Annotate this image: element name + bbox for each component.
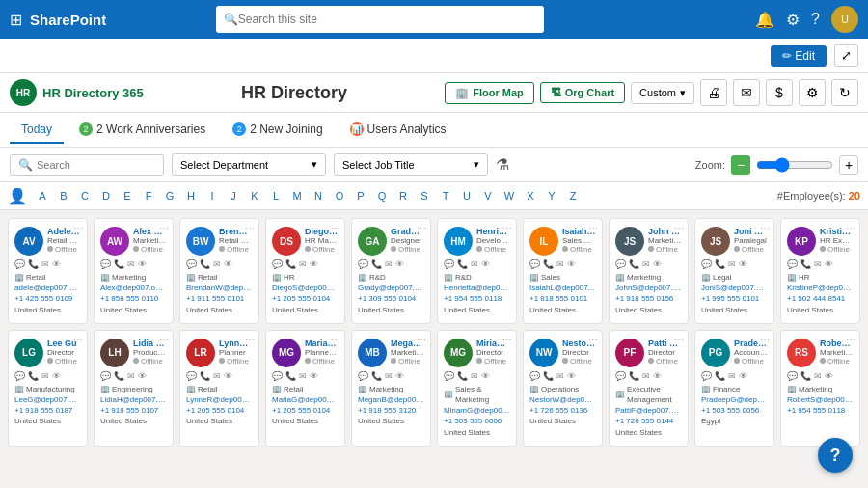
card-chat-icon[interactable]: 💬 bbox=[701, 371, 712, 381]
tab-anniversaries[interactable]: 2 2 Work Anniversaries bbox=[68, 117, 217, 144]
card-phone[interactable]: +1 995 555 0101 bbox=[701, 293, 768, 304]
card-email[interactable]: LidiaH@dep007.onmicro... bbox=[100, 394, 167, 405]
card-view-icon[interactable]: 👁 bbox=[224, 371, 232, 381]
waffle-icon[interactable]: ⊞ bbox=[10, 11, 22, 29]
card-call-icon[interactable]: 📞 bbox=[114, 371, 124, 381]
card-email[interactable]: Alex@dep007.onmicro... bbox=[100, 283, 167, 293]
card-view-icon[interactable]: 👁 bbox=[481, 371, 490, 381]
card-email-icon[interactable]: ✉ bbox=[556, 259, 564, 269]
card-more-icon[interactable]: ⋯ bbox=[674, 223, 684, 233]
card-chat-icon[interactable]: 💬 bbox=[14, 259, 25, 269]
card-email-icon[interactable]: ✉ bbox=[471, 371, 478, 381]
card-call-icon[interactable]: 📞 bbox=[114, 259, 124, 269]
card-phone[interactable]: +1 858 555 0110 bbox=[100, 293, 167, 304]
dollar-icon[interactable]: $ bbox=[766, 79, 793, 106]
card-email[interactable]: adele@dep007.onmicro... bbox=[14, 283, 81, 293]
employee-card[interactable]: ⋯ JS Joni Sherman Paralegal Offline 💬 📞 … bbox=[694, 218, 774, 324]
alpha-F[interactable]: F bbox=[139, 186, 158, 205]
card-more-icon[interactable]: ⋯ bbox=[245, 335, 255, 345]
card-email[interactable]: PattiF@dep007.onmicro... bbox=[615, 405, 682, 416]
card-chat-icon[interactable]: 💬 bbox=[701, 259, 712, 269]
card-phone[interactable]: +1 954 555 0118 bbox=[444, 293, 510, 304]
card-phone[interactable]: +1 309 555 0104 bbox=[358, 293, 424, 304]
card-phone[interactable]: +1 911 555 0101 bbox=[186, 293, 253, 304]
tab-today[interactable]: Today bbox=[10, 117, 64, 144]
alpha-R[interactable]: R bbox=[393, 186, 413, 205]
card-more-icon[interactable]: ⋯ bbox=[760, 335, 770, 345]
employee-card[interactable]: ⋯ IL Isaiah Langer Sales Rep Offline 💬 📞… bbox=[523, 218, 603, 324]
settings-icon[interactable]: ⚙ bbox=[786, 11, 800, 29]
alpha-N[interactable]: N bbox=[309, 186, 328, 205]
card-view-icon[interactable]: 👁 bbox=[653, 371, 662, 381]
card-chat-icon[interactable]: 💬 bbox=[100, 371, 111, 381]
employee-card[interactable]: ⋯ PG Pradeep Gupta Accountant Offline 💬 … bbox=[694, 330, 774, 447]
card-email-icon[interactable]: ✉ bbox=[556, 371, 564, 381]
card-phone[interactable]: +1 425 555 0109 bbox=[14, 293, 81, 304]
card-email-icon[interactable]: ✉ bbox=[213, 371, 221, 381]
card-email[interactable]: LynneR@dep007.onmicro... bbox=[186, 394, 253, 405]
card-phone[interactable]: +1 918 555 0156 bbox=[615, 293, 682, 304]
card-call-icon[interactable]: 📞 bbox=[457, 371, 468, 381]
card-phone[interactable]: +1 954 555 0118 bbox=[787, 405, 854, 416]
alpha-W[interactable]: W bbox=[500, 186, 519, 205]
card-call-icon[interactable]: 📞 bbox=[371, 259, 382, 269]
card-view-icon[interactable]: 👁 bbox=[739, 371, 747, 381]
card-email[interactable]: NestorW@dep007.onmicro... bbox=[529, 394, 596, 405]
card-call-icon[interactable]: 📞 bbox=[715, 259, 725, 269]
card-phone[interactable]: +1 205 555 0104 bbox=[272, 405, 339, 416]
card-chat-icon[interactable]: 💬 bbox=[272, 259, 283, 269]
card-email[interactable]: IsaiahL@dep007... bbox=[529, 283, 596, 293]
alpha-X[interactable]: X bbox=[521, 186, 540, 205]
card-email[interactable]: PradeepG@dep007.onmicro... bbox=[701, 394, 768, 405]
card-chat-icon[interactable]: 💬 bbox=[358, 259, 368, 269]
card-email[interactable]: RobertS@dep007.onmicro... bbox=[787, 394, 854, 405]
card-view-icon[interactable]: 👁 bbox=[567, 371, 576, 381]
refresh-icon[interactable]: ↻ bbox=[831, 79, 858, 106]
card-email[interactable]: KristineP@dep007.onmicro... bbox=[787, 283, 854, 293]
card-chat-icon[interactable]: 💬 bbox=[186, 259, 197, 269]
card-phone[interactable]: +1 503 555 0006 bbox=[444, 416, 510, 426]
card-email-icon[interactable]: ✉ bbox=[642, 371, 650, 381]
filter-icon[interactable]: ⚗ bbox=[496, 155, 509, 174]
card-phone[interactable]: +1 726 555 0144 bbox=[615, 416, 682, 426]
alpha-U[interactable]: U bbox=[457, 186, 476, 205]
card-more-icon[interactable]: ⋯ bbox=[331, 223, 340, 233]
card-view-icon[interactable]: 👁 bbox=[567, 259, 576, 269]
card-call-icon[interactable]: 📞 bbox=[285, 371, 296, 381]
card-chat-icon[interactable]: 💬 bbox=[272, 371, 283, 381]
search-input[interactable] bbox=[238, 13, 536, 26]
employee-card[interactable]: ⋯ AW Alex Wilber Marketing Assistant Off… bbox=[94, 218, 174, 324]
alpha-E[interactable]: E bbox=[118, 186, 137, 205]
global-search-bar[interactable]: 🔍 bbox=[216, 6, 544, 33]
card-chat-icon[interactable]: 💬 bbox=[444, 371, 454, 381]
bell-icon[interactable]: 🔔 bbox=[755, 11, 774, 29]
card-phone[interactable]: +1 205 555 0104 bbox=[272, 293, 339, 304]
card-phone[interactable]: +1 205 555 0104 bbox=[186, 405, 253, 416]
employee-card[interactable]: ⋯ DS Diego Sicliani HR Manager Offline 💬… bbox=[265, 218, 345, 324]
card-email[interactable]: Henrietta@dep007... bbox=[444, 283, 510, 293]
card-chat-icon[interactable]: 💬 bbox=[529, 371, 540, 381]
employee-card[interactable]: ⋯ MB Megan Bowen Marketing Manager Offli… bbox=[351, 330, 431, 447]
card-more-icon[interactable]: ⋯ bbox=[73, 335, 83, 345]
employee-card[interactable]: ⋯ BW Brendan Wea... Retail Executive Off… bbox=[179, 218, 259, 324]
card-chat-icon[interactable]: 💬 bbox=[358, 371, 368, 381]
employee-card[interactable]: ⋯ KP Kristine Paul HR Executive Offline … bbox=[780, 218, 860, 324]
card-email[interactable]: DiegoS@dep007.onmicro... bbox=[272, 283, 339, 293]
print-icon[interactable]: 🖨 bbox=[700, 79, 727, 106]
alpha-I[interactable]: I bbox=[203, 186, 222, 205]
card-call-icon[interactable]: 📞 bbox=[371, 371, 382, 381]
card-more-icon[interactable]: ⋯ bbox=[760, 223, 770, 233]
employee-card[interactable]: ⋯ PF Patti Fernandez Director Offline 💬 … bbox=[609, 330, 689, 447]
alpha-Y[interactable]: Y bbox=[542, 186, 561, 205]
card-view-icon[interactable]: 👁 bbox=[739, 259, 747, 269]
card-phone[interactable]: +1 726 555 0136 bbox=[529, 405, 596, 416]
employee-card[interactable]: ⋯ NW Nestor Wilke Director Offline 💬 📞 ✉… bbox=[523, 330, 603, 447]
card-call-icon[interactable]: 📞 bbox=[800, 371, 811, 381]
card-call-icon[interactable]: 📞 bbox=[200, 371, 210, 381]
card-chat-icon[interactable]: 💬 bbox=[186, 371, 197, 381]
card-view-icon[interactable]: 👁 bbox=[481, 259, 490, 269]
card-email-icon[interactable]: ✉ bbox=[471, 259, 478, 269]
card-view-icon[interactable]: 👁 bbox=[653, 259, 662, 269]
card-more-icon[interactable]: ⋯ bbox=[417, 335, 426, 345]
zoom-out-button[interactable]: − bbox=[731, 155, 750, 175]
